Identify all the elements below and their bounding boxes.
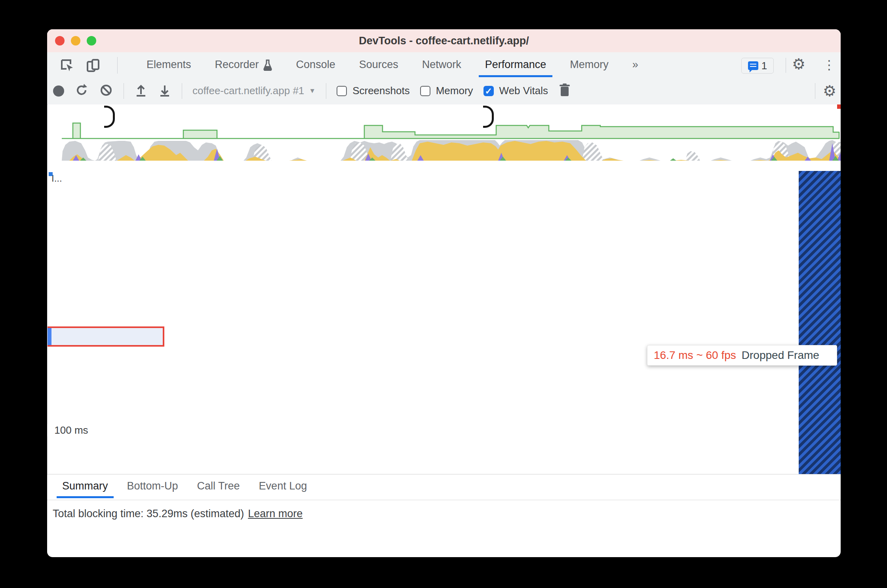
screenshots-checkbox[interactable] bbox=[337, 86, 347, 96]
tab-label: Recorder bbox=[215, 59, 259, 71]
more-options-icon[interactable]: ⋮ bbox=[823, 57, 836, 72]
devtools-window: DevTools - coffee-cart.netlify.app/ Elem… bbox=[47, 29, 841, 557]
overview-charts bbox=[48, 104, 841, 171]
capture-settings-gear-icon[interactable]: ⚙ bbox=[823, 82, 836, 100]
device-toolbar-icon[interactable] bbox=[86, 58, 101, 75]
total-blocking-time: Total blocking time: 35.29ms (estimated) bbox=[53, 508, 244, 520]
tab-label: Elements bbox=[147, 59, 191, 71]
toolbar-divider bbox=[326, 83, 326, 99]
flask-icon bbox=[263, 59, 272, 71]
detail-tabs: SummaryBottom-UpCall TreeEvent Log bbox=[47, 474, 841, 498]
toolbar-divider bbox=[117, 57, 118, 74]
issues-count: 1 bbox=[761, 60, 767, 72]
detail-tab-summary[interactable]: Summary bbox=[53, 474, 118, 498]
load-profile-icon[interactable] bbox=[134, 83, 148, 99]
tabbar-divider bbox=[786, 58, 786, 73]
issues-counter-button[interactable]: 1 bbox=[741, 58, 774, 74]
tab-recorder[interactable]: Recorder bbox=[203, 52, 284, 77]
timeline-gridline bbox=[48, 436, 48, 474]
toolbar-divider bbox=[124, 83, 124, 99]
timeline-ruler-label: 100 ms bbox=[48, 424, 95, 436]
tab-network[interactable]: Network bbox=[410, 52, 473, 77]
dropped-frames-cap bbox=[837, 104, 841, 109]
toolbar-divider bbox=[182, 83, 182, 99]
save-profile-icon[interactable] bbox=[158, 83, 171, 99]
reload-and-record-button[interactable] bbox=[74, 83, 89, 99]
tab-memory[interactable]: Memory bbox=[558, 52, 621, 77]
performance-controls: coffee-cart.netlify.app #1 ▼ Screenshots… bbox=[53, 78, 571, 104]
record-button[interactable] bbox=[53, 85, 64, 97]
tab-console[interactable]: Console bbox=[284, 52, 347, 77]
more-tabs-icon[interactable]: » bbox=[621, 52, 650, 77]
frames-selected-strip bbox=[48, 328, 51, 345]
profile-select[interactable]: coffee-cart.netlify.app #1 bbox=[192, 85, 304, 97]
window-title: DevTools - coffee-cart.netlify.app/ bbox=[47, 35, 841, 47]
frame-timing: 16.7 ms ~ 60 fps bbox=[654, 349, 736, 362]
learn-more-link[interactable]: Learn more bbox=[248, 508, 303, 520]
tab-sources[interactable]: Sources bbox=[347, 52, 410, 77]
tab-label: Console bbox=[296, 59, 335, 71]
memory-label[interactable]: Memory bbox=[436, 85, 473, 97]
tab-elements[interactable]: Elements bbox=[135, 52, 203, 77]
settings-gear-icon[interactable]: ⚙ bbox=[792, 55, 805, 73]
summary-footer: Total blocking time: 35.29ms (estimated)… bbox=[47, 500, 841, 527]
web-vitals-label[interactable]: Web Vitals bbox=[499, 85, 548, 97]
tab-label: Memory bbox=[570, 59, 609, 71]
timeline-tracks: 100 ms150 ms200 ms250 ms300 ms350 ms400 … bbox=[48, 171, 841, 474]
toolbar-divider bbox=[815, 83, 815, 99]
screenshots-label[interactable]: Screenshots bbox=[352, 85, 410, 97]
profile-select-chevron-icon[interactable]: ▼ bbox=[309, 87, 316, 95]
frame-status: Dropped Frame bbox=[742, 349, 819, 362]
detail-tab-event-log[interactable]: Event Log bbox=[249, 474, 317, 498]
frame-tooltip: 16.7 ms ~ 60 fps Dropped Frame bbox=[647, 345, 837, 366]
detail-tab-bottom-up[interactable]: Bottom-Up bbox=[118, 474, 188, 498]
panel-tabs: ElementsRecorderConsoleSourcesNetworkPer… bbox=[135, 52, 650, 77]
tab-label: Network bbox=[422, 59, 461, 71]
memory-checkbox[interactable] bbox=[420, 86, 430, 96]
timeline-gridline bbox=[48, 171, 48, 299]
garbage-collect-icon[interactable] bbox=[558, 83, 571, 99]
web-vitals-checkbox[interactable]: ✓ bbox=[483, 86, 494, 96]
clear-recording-icon[interactable] bbox=[99, 83, 113, 99]
timeline-overview[interactable]: 50 ms150 ms250 ms350 ms450 ms550 ms650 m… bbox=[48, 104, 841, 171]
issues-icon bbox=[748, 61, 758, 70]
request-label: I... bbox=[51, 173, 62, 184]
filmstrip-gridline bbox=[48, 299, 48, 424]
detail-tab-call-tree[interactable]: Call Tree bbox=[188, 474, 249, 498]
tab-performance[interactable]: Performance bbox=[473, 52, 558, 77]
request-chip bbox=[49, 172, 53, 176]
tab-label: Sources bbox=[359, 59, 398, 71]
inspect-element-icon[interactable] bbox=[59, 58, 75, 75]
frames-highlight-annotation bbox=[48, 326, 164, 347]
tab-label: Performance bbox=[485, 59, 546, 71]
